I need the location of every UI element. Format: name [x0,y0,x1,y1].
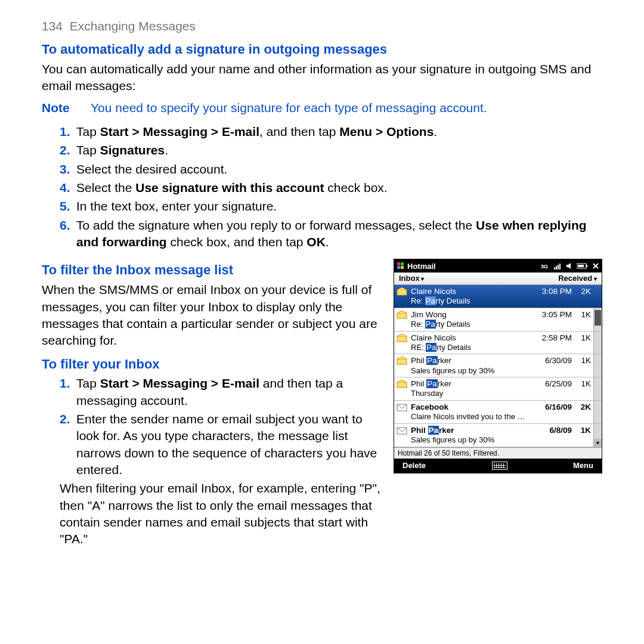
message-time: 6/25/09 [545,379,572,389]
network-3g-icon: 3G [541,262,550,270]
message-time: 2:58 PM [542,333,572,343]
message-size: 2K [575,287,591,296]
svg-rect-7 [558,265,559,270]
step-text: In the text box, enter your signature. [76,198,602,215]
section-title: Exchanging Messages [70,19,196,33]
message-row[interactable]: Phil Parker6/8/091KSales figures up by 3… [394,424,602,447]
step-item: 1.Tap Start > Messaging > E-mail, and th… [60,123,602,140]
note-text: You need to specify your signature for e… [91,100,487,116]
step-item: 3.Select the desired account. [60,161,602,178]
message-time: 6/30/09 [545,356,572,366]
message-size: 1K [575,356,591,366]
open-mail-icon [397,357,408,366]
svg-marker-9 [566,263,571,269]
step-number: 2. [60,411,76,478]
folder-dropdown[interactable]: Inbox [399,274,424,283]
steps-filter: 1.Tap Start > Messaging > E-mail and the… [42,375,383,478]
softkey-delete[interactable]: Delete [402,461,426,470]
message-sender: Phil Parker [411,379,541,389]
step-text: Tap Signatures. [76,142,602,159]
softkey-menu[interactable]: Menu [573,461,593,470]
message-subject: Thursday [411,389,591,398]
svg-rect-3 [401,266,404,269]
step-text: Select the desired account. [76,161,602,178]
message-row[interactable]: Claire Nicols3:08 PM2KRe: Party Details [394,285,602,308]
step-text: Enter the sender name or email subject y… [76,411,383,478]
phone-status: Hotmail 26 of 50 Items, Filtered. [394,447,602,459]
message-subject: Re: Party Details [411,320,591,329]
message-size: 1K [575,310,591,320]
message-time: 6/8/09 [549,426,572,435]
message-row[interactable]: Facebook6/16/092KClaire Nicols invited y… [394,401,602,424]
svg-text:3G: 3G [541,264,548,270]
phone-screenshot: Hotmail 3G Inbox Received ▴ ▾ [394,259,602,473]
svg-rect-5 [554,267,555,270]
windows-flag-icon [397,262,405,270]
message-subject: Claire Nicols invited you to the … [411,412,591,422]
svg-rect-11 [586,265,587,267]
step-text: Tap Start > Messaging > E-mail, and then… [76,123,602,140]
step-number: 6. [60,217,76,251]
step-item: 1.Tap Start > Messaging > E-mail and the… [60,375,383,409]
svg-rect-0 [397,262,400,265]
message-sender: Claire Nicols [411,287,538,296]
step-number: 4. [60,179,76,196]
step-number: 2. [60,142,76,159]
speaker-icon [566,262,573,270]
sort-dropdown[interactable]: Received [558,274,597,283]
message-size: 1K [575,379,591,389]
message-subject: Sales figures up by 30% [411,366,591,376]
message-subject: RE: Party Details [411,343,591,352]
heading-filter-list: To filter the Inbox message list [42,261,383,279]
svg-rect-19 [397,382,407,388]
svg-rect-16 [397,313,407,318]
step-item: 5.In the text box, enter your signature. [60,198,602,215]
message-sender: Facebook [411,402,541,412]
phone-softkeys: Delete Menu [394,459,602,473]
message-subject: Re: Party Details [411,296,591,306]
note-label: Note [42,100,74,116]
svg-rect-18 [397,359,407,364]
svg-rect-15 [397,290,407,295]
steps-signature: 1.Tap Start > Messaging > E-mail, and th… [42,123,602,250]
message-time: 3:05 PM [542,310,572,320]
heading-signature: To automatically add a signature in outg… [42,41,602,58]
heading-filter-inbox: To filter your Inbox [42,355,383,373]
battery-icon [577,262,589,270]
message-sender: Phil Parker [411,356,541,366]
message-sender: Jim Wong [411,310,538,320]
message-time: 6/16/09 [545,402,572,412]
open-mail-icon [397,287,408,297]
paragraph-signature: You can automatically add your name and … [42,61,602,95]
step-text: Tap Start > Messaging > E-mail and then … [76,375,383,409]
close-icon[interactable] [592,262,599,270]
open-mail-icon [397,311,408,320]
paragraph-filter-list: When the SMS/MMS or email Inbox on your … [42,281,383,349]
message-row[interactable]: Phil Parker6/25/091KThursday [394,377,602,401]
step-item: 2.Enter the sender name or email subject… [60,411,383,478]
message-size: 2K [575,402,591,412]
message-size: 1K [575,426,591,435]
phone-titlebar: Hotmail 3G [394,259,602,273]
phone-title: Hotmail [407,262,436,271]
page-header: 134 Exchanging Messages [42,18,602,35]
message-row[interactable]: Claire Nicols2:58 PM1KRE: Party Details [394,332,602,355]
step-number: 5. [60,198,76,215]
signal-icon [554,262,562,270]
svg-rect-2 [397,266,400,269]
closed-mail-icon [397,426,408,436]
open-mail-icon [397,334,408,343]
message-subject: Sales figures up by 30% [411,435,591,445]
step-text: To add the signature when you reply to o… [76,217,602,251]
message-row[interactable]: Phil Parker6/30/091KSales figures up by … [394,354,602,377]
message-time: 3:08 PM [542,287,572,296]
svg-rect-17 [397,336,407,342]
keyboard-icon[interactable] [492,462,507,470]
message-row[interactable]: Jim Wong3:05 PM1KRe: Party Details [394,308,602,332]
message-list: ▴ ▾ Claire Nicols3:08 PM2KRe: Party Deta… [394,285,602,447]
message-sender: Phil Parker [411,426,546,435]
message-sender: Claire Nicols [411,333,538,343]
step-number: 1. [60,375,76,409]
step-item: 4.Select the Use signature with this acc… [60,179,602,196]
step-text: Select the Use signature with this accou… [76,179,602,196]
